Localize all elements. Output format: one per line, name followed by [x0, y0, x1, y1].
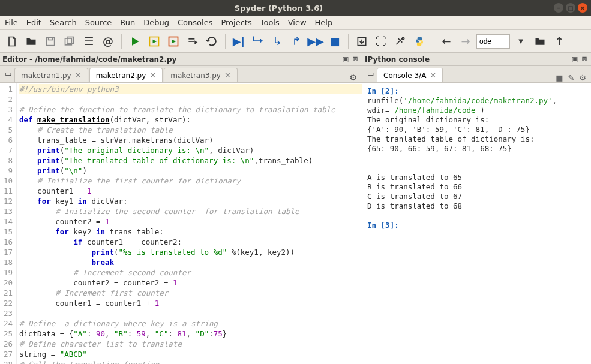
tab-close-icon[interactable]: ✕ — [75, 71, 82, 80]
maximize-button[interactable]: □ — [566, 3, 575, 13]
menu-edit[interactable]: Edit — [26, 18, 41, 27]
editor-pane: Editor - /home/fahmida/code/maketran2.py… — [0, 53, 362, 364]
editor-tabs: ▭ maketran1.py ✕ maketran2.py ✕ maketran… — [0, 66, 362, 83]
editor-options-icon[interactable]: ⚙ — [349, 73, 357, 82]
ipython-header: IPython console ▣ ⊠ — [362, 53, 591, 66]
menu-source[interactable]: Source — [85, 18, 112, 27]
console-line: The original dictionary is: — [367, 115, 586, 125]
ipython-pane: IPython console ▣ ⊠ ▭ Console 3/A ✕ ■ ✎ … — [362, 53, 591, 364]
console-stop-icon[interactable]: ■ — [556, 73, 563, 82]
window-title: Spyder (Python 3.6) — [4, 4, 554, 13]
code-area[interactable]: #!/usr/bin/env python3 # Define the func… — [17, 83, 362, 364]
run-selection-icon[interactable] — [184, 33, 201, 50]
python-path-icon[interactable] — [411, 33, 428, 50]
nav-forward-icon[interactable]: → — [457, 33, 474, 50]
menu-run[interactable]: Run — [120, 18, 135, 27]
at-icon[interactable]: @ — [100, 33, 116, 50]
nav-back-icon[interactable]: ← — [438, 33, 455, 50]
console-line: D is translated to 68 — [367, 201, 586, 211]
menubar: File Edit Search Source Run Debug Consol… — [0, 16, 591, 30]
step-icon[interactable]: ⮡ — [250, 33, 266, 50]
tab-maketran3[interactable]: maketran3.py ✕ — [164, 68, 238, 82]
ipython-title: IPython console — [365, 55, 430, 64]
svg-rect-0 — [46, 37, 54, 45]
svg-rect-7 — [188, 41, 194, 42]
console-line: The tranlated table of dictionary is: — [367, 134, 586, 144]
run-cell-icon[interactable] — [146, 33, 163, 50]
toolbar-separator — [433, 34, 433, 49]
tab-close-icon[interactable]: ✕ — [430, 71, 436, 80]
tab-label: Console 3/A — [383, 71, 426, 80]
menu-debug[interactable]: Debug — [143, 18, 169, 27]
run-icon[interactable] — [127, 33, 143, 50]
menu-search[interactable]: Search — [50, 18, 77, 27]
tab-maketran1[interactable]: maketran1.py ✕ — [14, 68, 88, 82]
console-line: C is translated to 67 — [367, 192, 586, 201]
stop-debug-icon[interactable]: ■ — [326, 33, 343, 50]
debug-icon[interactable]: ▶| — [230, 33, 247, 50]
minimize-button[interactable]: – — [554, 3, 563, 13]
step-into-icon[interactable]: ↳ — [269, 33, 286, 50]
main-toolbar: ☰ @ ▶| ⮡ ↳ ↱ ▶▶ ■ ⛶ ← → ▼ ↑ — [0, 30, 591, 53]
tab-console-3a[interactable]: Console 3/A ✕ — [377, 68, 443, 82]
save-all-icon[interactable] — [61, 33, 78, 50]
pane-options-icon[interactable]: ▣ — [341, 55, 350, 64]
prompt-in: In [ — [367, 221, 385, 230]
open-file-icon[interactable] — [23, 33, 40, 50]
toolbar-separator — [348, 34, 349, 49]
tab-label: maketran1.py — [21, 71, 71, 80]
tab-close-icon[interactable]: ✕ — [149, 71, 156, 80]
list-icon[interactable]: ☰ — [80, 33, 97, 50]
tab-maketran2[interactable]: maketran2.py ✕ — [89, 68, 163, 82]
menu-projects[interactable]: Projects — [221, 18, 251, 27]
pane-close-icon[interactable]: ⊠ — [351, 55, 359, 64]
console-line: A is translated to 65 — [367, 173, 586, 182]
console-line: {65: 90, 66: 59, 67: 81, 68: 75} — [367, 144, 586, 154]
menu-view[interactable]: View — [288, 18, 307, 27]
import-icon[interactable] — [353, 33, 370, 50]
parent-dir-icon[interactable]: ↑ — [551, 33, 568, 50]
console-output[interactable]: In [2]: runfile('/home/fahmida/code/make… — [362, 83, 591, 364]
code-editor[interactable]: 1234567891011121314151617181920212223242… — [0, 83, 362, 364]
menu-help[interactable]: Help — [315, 18, 333, 27]
svg-rect-6 — [188, 38, 194, 40]
console-options-icon[interactable]: ⚙ — [579, 73, 586, 82]
pane-options-icon[interactable]: ▣ — [571, 55, 579, 64]
titlebar: Spyder (Python 3.6) – □ × — [0, 0, 591, 16]
menu-tools[interactable]: Tools — [260, 18, 280, 27]
editor-title: Editor - /home/fahmida/code/maketran2.py — [2, 55, 176, 64]
console-line: {'A': 90, 'B': 59, 'C': 81, 'D': 75} — [367, 125, 586, 134]
continue-icon[interactable]: ▶▶ — [307, 33, 324, 50]
line-gutter: 1234567891011121314151617181920212223242… — [0, 83, 17, 364]
editor-header: Editor - /home/fahmida/code/maketran2.py… — [0, 53, 362, 66]
tab-list-icon[interactable]: ▭ — [365, 65, 377, 82]
close-button[interactable]: × — [578, 3, 587, 13]
toolbar-separator — [121, 34, 122, 49]
tab-list-icon[interactable]: ▭ — [2, 65, 14, 82]
console-edit-icon[interactable]: ✎ — [568, 73, 574, 82]
menu-file[interactable]: File — [5, 18, 18, 27]
run-cell-advance-icon[interactable] — [165, 33, 182, 50]
tab-label: maketran2.py — [96, 71, 146, 80]
svg-rect-3 — [67, 37, 74, 43]
svg-rect-2 — [65, 38, 72, 45]
maximize-pane-icon[interactable]: ⛶ — [373, 33, 389, 50]
save-icon[interactable] — [42, 33, 59, 50]
toolbar-separator — [225, 34, 226, 49]
window-buttons: – □ × — [554, 3, 587, 13]
working-dir-icon[interactable] — [532, 33, 548, 50]
search-symbol-input[interactable] — [476, 34, 510, 49]
step-out-icon[interactable]: ↱ — [288, 33, 305, 50]
workarea: Editor - /home/fahmida/code/maketran2.py… — [0, 53, 591, 364]
console-line: B is translated to 66 — [367, 182, 586, 192]
rerun-icon[interactable] — [203, 33, 220, 50]
pane-close-icon[interactable]: ⊠ — [580, 55, 589, 64]
console-tabs: ▭ Console 3/A ✕ ■ ✎ ⚙ — [362, 66, 591, 83]
preferences-icon[interactable] — [392, 33, 409, 50]
tab-close-icon[interactable]: ✕ — [224, 71, 231, 80]
new-file-icon[interactable] — [4, 33, 20, 50]
search-dropdown-icon[interactable]: ▼ — [512, 33, 529, 50]
prompt-in: In [ — [367, 86, 385, 95]
menu-consoles[interactable]: Consoles — [178, 18, 212, 27]
svg-point-9 — [402, 37, 404, 39]
